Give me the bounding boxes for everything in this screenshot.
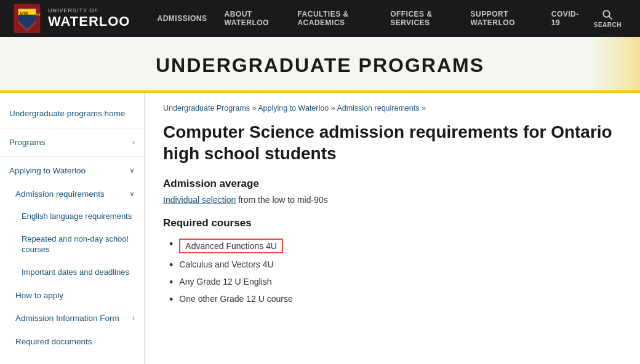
- sidebar-item-important-dates[interactable]: Important dates and deadlines: [0, 261, 144, 284]
- waterloo-shield-icon: UNIVERSITY OF UW: [12, 4, 42, 33]
- sidebar-divider: [0, 128, 144, 129]
- nav-covid[interactable]: COVID-19: [543, 0, 588, 37]
- course-text-advanced-functions: Advanced Functions 4U: [179, 239, 283, 253]
- sidebar-item-admission-requirements[interactable]: Admission requirements ∨: [0, 183, 144, 206]
- main-layout: Undergraduate programs home Programs › A…: [0, 93, 640, 364]
- sidebar-item-required-docs[interactable]: Required documents: [0, 330, 144, 354]
- logo-text: UNIVERSITY OF WATERLOO: [48, 8, 130, 29]
- svg-text:UW: UW: [20, 10, 28, 16]
- chevron-down-icon: ∨: [129, 166, 135, 176]
- sidebar-item-how-to-apply[interactable]: How to apply: [0, 284, 144, 307]
- course-item-calculus: • Calculus and Vectors 4U: [163, 256, 622, 274]
- main-content: Undergraduate Programs » Applying to Wat…: [145, 93, 640, 364]
- bullet-icon-3: •: [169, 277, 173, 288]
- chevron-right-icon: ›: [132, 138, 135, 148]
- sidebar-item-admission-form[interactable]: Admission Information Form ›: [0, 307, 144, 330]
- admission-average-section: Admission average Individual selection f…: [163, 178, 622, 205]
- hero-title: UNDERGRADUATE PROGRAMS: [0, 54, 640, 77]
- admission-avg-heading: Admission average: [163, 178, 622, 190]
- sidebar-applying-label: Applying to Waterloo: [9, 165, 86, 176]
- svg-line-9: [609, 16, 612, 19]
- sidebar-item-undergraduate-home[interactable]: Undergraduate programs home: [0, 102, 144, 125]
- bullet-icon-4: •: [169, 294, 173, 305]
- nav-admissions[interactable]: ADMISSIONS: [148, 0, 215, 37]
- chevron-right-icon-2: ›: [132, 314, 135, 323]
- breadcrumb-applying-to-waterloo[interactable]: Applying to Waterloo: [258, 104, 329, 113]
- nav-about-waterloo[interactable]: ABOUT WATERLOO: [215, 0, 289, 37]
- search-label: SEARCH: [594, 22, 622, 28]
- sidebar-programs-label: Programs: [9, 137, 46, 148]
- course-text-english: Any Grade 12 U English: [179, 277, 271, 287]
- courses-list: • Advanced Functions 4U • Calculus and V…: [163, 235, 622, 308]
- course-item-advanced-functions: • Advanced Functions 4U: [163, 235, 622, 256]
- nav-offices[interactable]: OFFICES & SERVICES: [382, 0, 462, 37]
- nav-faculties[interactable]: FACULTIES & ACADEMICS: [289, 0, 382, 37]
- chevron-down-icon-2: ∨: [129, 189, 135, 199]
- hero-banner: UNDERGRADUATE PROGRAMS: [0, 37, 640, 93]
- breadcrumb-admission-requirements[interactable]: Admission requirements: [337, 104, 419, 113]
- page-title: Computer Science admission requirements …: [163, 121, 622, 164]
- individual-selection-link[interactable]: Individual selection: [163, 195, 236, 205]
- breadcrumb-undergraduate-programs[interactable]: Undergraduate Programs: [163, 104, 250, 113]
- sidebar-admission-form-label: Admission Information Form: [15, 313, 119, 324]
- top-navigation: UNIVERSITY OF UW UNIVERSITY OF WATERLOO …: [0, 0, 640, 37]
- course-text-calculus: Calculus and Vectors 4U: [179, 259, 273, 269]
- svg-point-8: [604, 10, 610, 17]
- sidebar: Undergraduate programs home Programs › A…: [0, 93, 145, 364]
- course-item-english: • Any Grade 12 U English: [163, 274, 622, 291]
- admission-avg-range: from the low to mid-90s: [236, 195, 327, 205]
- sidebar-item-english-language[interactable]: English language requirements: [0, 205, 144, 228]
- bullet-icon-2: •: [169, 259, 173, 271]
- sidebar-item-programs[interactable]: Programs ›: [0, 131, 144, 154]
- sidebar-admission-req-label: Admission requirements: [15, 189, 105, 200]
- course-item-other: • One other Grade 12 U course: [163, 291, 622, 308]
- sidebar-item-applying-to-waterloo[interactable]: Applying to Waterloo ∨: [0, 159, 144, 183]
- nav-links: ADMISSIONS ABOUT WATERLOO FACULTIES & AC…: [148, 0, 587, 37]
- bullet-icon: •: [169, 239, 173, 250]
- breadcrumb: Undergraduate Programs » Applying to Wat…: [163, 104, 622, 113]
- course-text-other: One other Grade 12 U course: [179, 294, 292, 304]
- admission-avg-text: Individual selection from the low to mid…: [163, 195, 622, 205]
- sidebar-divider-2: [0, 156, 144, 157]
- required-courses-section: Required courses • Advanced Functions 4U…: [163, 217, 622, 308]
- nav-support[interactable]: SUPPORT WATERLOO: [462, 0, 543, 37]
- logo[interactable]: UNIVERSITY OF UW UNIVERSITY OF WATERLOO: [12, 4, 130, 33]
- sidebar-item-repeated-courses[interactable]: Repeated and non-day school courses: [0, 228, 144, 261]
- search-button[interactable]: SEARCH: [588, 9, 628, 28]
- required-courses-heading: Required courses: [163, 217, 622, 229]
- search-icon: [602, 9, 613, 20]
